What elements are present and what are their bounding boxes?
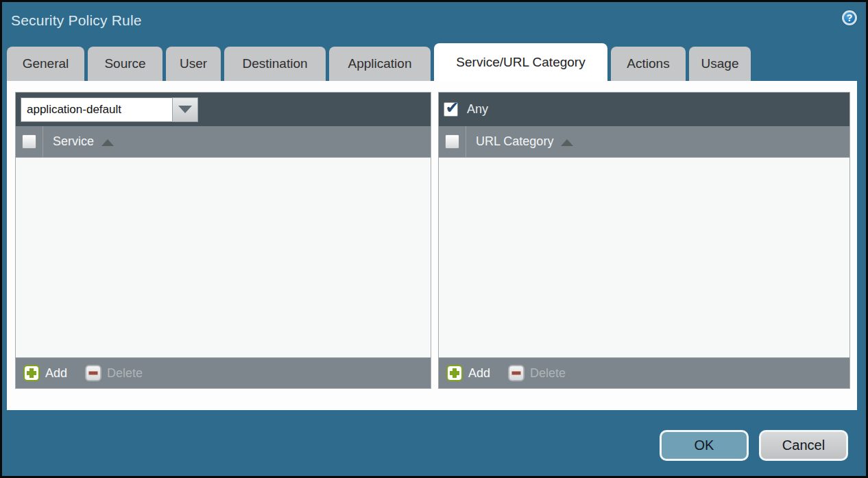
service-add-button[interactable]: Add	[23, 365, 67, 381]
delete-icon	[85, 365, 101, 381]
service-delete-button[interactable]: Delete	[85, 365, 143, 381]
service-column-header[interactable]: Service	[53, 134, 114, 149]
service-select-all-column	[16, 126, 43, 157]
sort-ascending-icon	[561, 139, 573, 146]
url-category-select-all-column	[439, 126, 466, 157]
add-icon	[23, 365, 40, 381]
dropdown-arrow-icon	[178, 106, 192, 113]
service-select-all-checkbox[interactable]	[22, 134, 36, 149]
url-category-panel-footer: Add Delete	[439, 357, 849, 388]
tab-content-area: Service Add Delete ✔	[7, 81, 857, 410]
url-category-grid-header: URL Category	[439, 126, 849, 158]
service-panel-footer: Add Delete	[16, 357, 431, 388]
help-icon[interactable]: ?	[842, 10, 857, 25]
url-category-column-label: URL Category	[476, 134, 553, 149]
url-category-select-all-checkbox[interactable]	[445, 134, 459, 149]
any-checkbox[interactable]: ✔	[444, 102, 458, 117]
tab-user[interactable]: User	[166, 47, 221, 81]
ok-button[interactable]: OK	[660, 430, 749, 461]
add-icon	[446, 365, 463, 381]
sort-ascending-icon	[101, 139, 114, 146]
checkmark-icon: ✔	[445, 99, 459, 116]
tab-usage[interactable]: Usage	[689, 47, 751, 81]
tab-general[interactable]: General	[7, 47, 84, 81]
dialog-title: Security Policy Rule	[11, 12, 142, 29]
security-policy-rule-dialog: Security Policy Rule ? General Source Us…	[0, 0, 868, 478]
url-category-add-button[interactable]: Add	[446, 365, 490, 381]
delete-icon	[508, 365, 525, 381]
url-category-column-header[interactable]: URL Category	[476, 134, 573, 149]
tab-bar: General Source User Destination Applicat…	[7, 43, 751, 81]
delete-button-label: Delete	[107, 366, 143, 381]
tab-destination[interactable]: Destination	[224, 47, 326, 81]
url-category-panel: ✔ Any URL Category Add	[438, 92, 850, 389]
tab-actions[interactable]: Actions	[611, 47, 686, 81]
cancel-button[interactable]: Cancel	[759, 430, 848, 461]
tab-service-url-category[interactable]: Service/URL Category	[434, 43, 607, 81]
help-question-glyph: ?	[847, 13, 853, 23]
service-type-input[interactable]	[21, 97, 172, 122]
url-category-delete-button[interactable]: Delete	[508, 365, 566, 381]
service-list-body	[16, 158, 431, 357]
tab-application[interactable]: Application	[329, 47, 431, 81]
service-grid-header: Service	[16, 126, 431, 158]
service-panel: Service Add Delete	[15, 92, 431, 389]
url-category-panel-toolbar: ✔ Any	[439, 93, 849, 126]
service-panel-toolbar	[16, 93, 431, 126]
any-checkbox-label: Any	[467, 102, 488, 117]
service-column-label: Service	[53, 134, 94, 149]
service-type-dropdown	[21, 97, 198, 122]
service-type-dropdown-button[interactable]	[172, 97, 198, 122]
add-button-label: Add	[45, 366, 67, 381]
url-category-list-body	[439, 158, 849, 357]
delete-button-label: Delete	[530, 366, 566, 381]
tab-source[interactable]: Source	[88, 47, 162, 81]
add-button-label: Add	[468, 366, 490, 381]
